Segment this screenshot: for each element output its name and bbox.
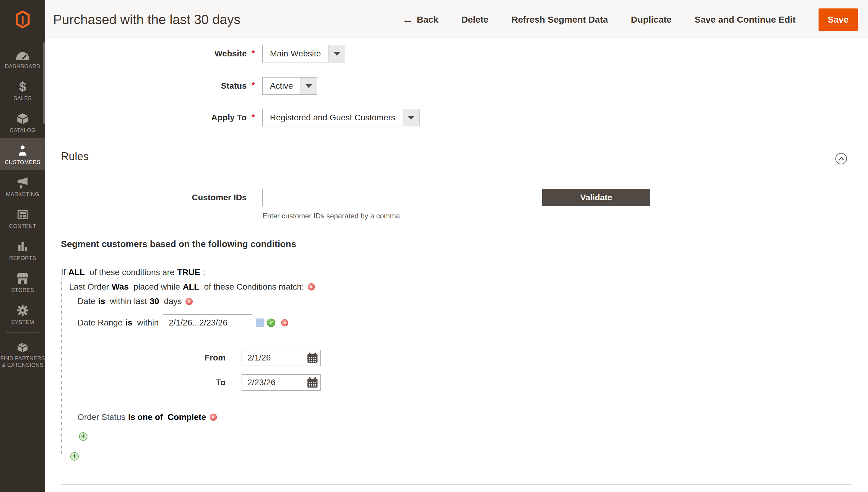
condition-text: : <box>203 267 205 277</box>
add-condition-button[interactable]: + <box>70 452 79 461</box>
apply-to-select[interactable]: Registered and Guest Customers <box>262 109 420 126</box>
dropdown-arrow-icon[interactable] <box>328 45 345 63</box>
sidebar-item-content[interactable]: CONTENT <box>0 202 45 234</box>
sidebar-item-find-partners[interactable]: FIND PARTNERS & EXTENSIONS <box>0 335 45 372</box>
chevron-up-icon <box>838 157 844 162</box>
status-select-value: Active <box>262 77 300 95</box>
extensions-icon <box>16 339 29 353</box>
from-row: From <box>89 350 321 366</box>
apply-to-row: Apply To * Registered and Guest Customer… <box>45 109 420 126</box>
magento-logo[interactable] <box>0 0 45 39</box>
condition-text: within <box>137 318 159 328</box>
dashboard-icon <box>16 47 30 61</box>
condition-value[interactable]: is <box>98 296 105 306</box>
condition-value[interactable]: Was <box>111 282 129 292</box>
sidebar-item-dashboard[interactable]: DASHBOARD <box>0 42 45 74</box>
condition-text: Date <box>77 296 95 306</box>
sidebar-item-label: CATALOG <box>10 127 35 133</box>
condition-value[interactable]: Complete <box>168 412 206 422</box>
website-select[interactable]: Main Website <box>262 45 345 63</box>
to-row: To <box>89 374 321 391</box>
remove-condition-icon[interactable]: ✕ <box>308 283 315 291</box>
customer-ids-input[interactable] <box>262 189 532 206</box>
to-label: To <box>89 378 226 387</box>
add-condition-button[interactable]: + <box>79 432 87 441</box>
back-arrow-icon: ← <box>402 15 413 24</box>
page-title: Purchased with the last 30 days <box>53 12 240 27</box>
refresh-segment-data-button[interactable]: Refresh Segment Data <box>511 15 608 25</box>
condition-tree-guide <box>61 277 62 457</box>
rules-section-title: Rules <box>61 150 89 163</box>
condition-date-row: Date is within last 30 days ✕ <box>77 296 193 306</box>
dropdown-arrow-icon[interactable] <box>403 109 420 126</box>
save-button[interactable]: Save <box>819 8 858 31</box>
section-divider <box>61 140 852 140</box>
calendar-icon[interactable] <box>307 352 318 364</box>
sidebar-item-label: CONTENT <box>9 223 36 229</box>
calendar-icon[interactable] <box>307 377 318 388</box>
condition-value[interactable]: 30 <box>150 296 159 306</box>
sidebar-item-label: FIND PARTNERS <box>0 355 45 362</box>
condition-value[interactable]: is <box>125 318 132 328</box>
section-divider <box>61 256 852 256</box>
sidebar-menu: DASHBOARD $ SALES CATALOG <box>0 42 45 372</box>
apply-to-select-value: Registered and Guest Customers <box>262 109 403 126</box>
remove-condition-icon[interactable]: ✕ <box>210 414 217 421</box>
required-asterisk: * <box>247 48 262 58</box>
condition-text: within last <box>110 296 147 306</box>
condition-text: of these conditions are <box>90 267 175 277</box>
sidebar-item-reports[interactable]: REPORTS <box>0 234 45 266</box>
date-range-picker-icon[interactable] <box>256 319 264 327</box>
sidebar-item-marketing[interactable]: MARKETING <box>0 170 45 202</box>
condition-date-range-row: Date Range is within ✓ ✕ <box>77 314 288 331</box>
remove-condition-icon[interactable]: ✕ <box>281 319 288 326</box>
system-icon <box>16 303 29 317</box>
sidebar-item-catalog[interactable]: CATALOG <box>0 106 45 138</box>
apply-condition-icon[interactable]: ✓ <box>267 319 275 327</box>
sidebar-item-customers[interactable]: CUSTOMERS <box>0 138 45 170</box>
customer-ids-note: Enter customer IDs separated by a comma <box>262 212 400 220</box>
remove-condition-icon[interactable]: ✕ <box>185 298 193 305</box>
sidebar-item-stores[interactable]: STORES <box>0 266 45 298</box>
required-asterisk: * <box>247 112 262 122</box>
delete-button[interactable]: Delete <box>461 15 489 25</box>
condition-text: Date Range <box>77 318 123 328</box>
catalog-icon <box>16 111 29 125</box>
website-select-value: Main Website <box>262 45 328 63</box>
status-row: Status * Active <box>45 77 317 95</box>
save-and-continue-button[interactable]: Save and Continue Edit <box>695 15 796 25</box>
sidebar-item-label: STORES <box>11 287 34 294</box>
sidebar-item-label: DASHBOARD <box>5 63 41 70</box>
back-button[interactable]: ← Back <box>402 15 438 25</box>
page-actions: ← Back Delete Refresh Segment Data Dupli… <box>402 8 868 31</box>
date-range-input[interactable] <box>163 314 252 331</box>
sidebar-item-system[interactable]: SYSTEM <box>0 298 45 330</box>
page-header: Purchased with the last 30 days ← Back D… <box>45 0 868 39</box>
duplicate-button[interactable]: Duplicate <box>631 15 672 25</box>
dropdown-arrow-icon[interactable] <box>300 77 317 95</box>
customers-icon <box>17 143 29 157</box>
apply-to-label: Apply To <box>45 113 247 122</box>
condition-text: Order Status <box>77 412 125 422</box>
status-select[interactable]: Active <box>262 77 317 95</box>
magento-admin-segment-edit-page: DASHBOARD $ SALES CATALOG <box>0 0 868 492</box>
condition-value[interactable]: ALL <box>69 267 85 277</box>
condition-tree-guide <box>70 294 70 437</box>
from-label: From <box>89 353 226 363</box>
content-icon <box>16 207 29 221</box>
status-label: Status <box>45 81 247 91</box>
condition-value[interactable]: is one of <box>128 412 163 422</box>
condition-value[interactable]: ALL <box>183 282 199 292</box>
date-range-editor: From <box>89 343 841 397</box>
sidebar-item-sales[interactable]: $ SALES <box>0 74 45 106</box>
condition-order-status-row: Order Status is one of Complete ✕ <box>77 412 217 422</box>
collapse-section-button[interactable] <box>836 153 847 165</box>
website-row: Website * Main Website <box>45 45 345 63</box>
back-button-label: Back <box>417 15 438 25</box>
condition-value[interactable]: TRUE <box>177 267 200 277</box>
condition-text: of these Conditions match: <box>204 282 304 292</box>
sidebar-item-label: MARKETING <box>6 191 40 198</box>
admin-sidebar: DASHBOARD $ SALES CATALOG <box>0 0 45 492</box>
sidebar-separator <box>5 39 39 39</box>
validate-button[interactable]: Validate <box>542 189 650 206</box>
